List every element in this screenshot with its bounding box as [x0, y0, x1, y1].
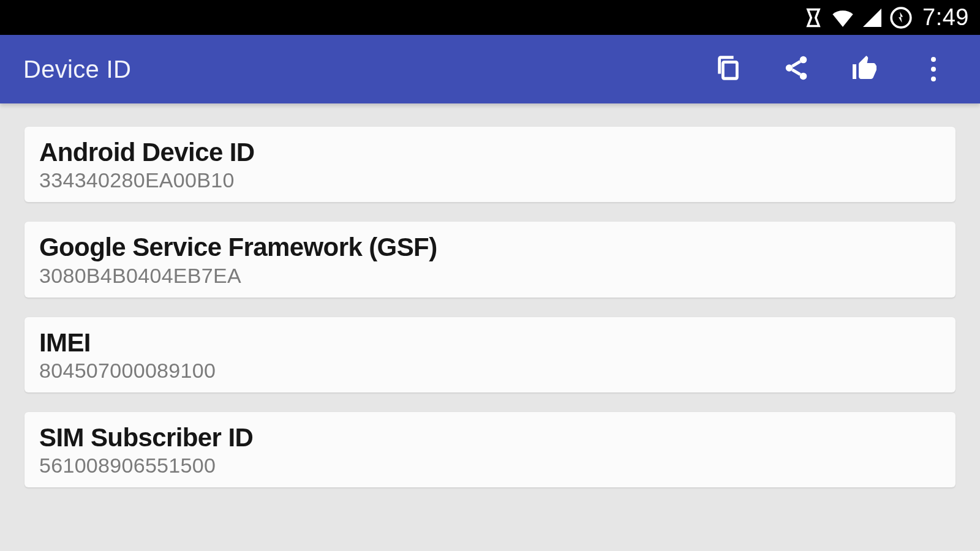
card-android-device-id[interactable]: Android Device ID 334340280EA00B10: [24, 127, 956, 202]
power-circle-icon: [889, 6, 913, 29]
svg-point-4: [800, 73, 807, 80]
overflow-menu-button[interactable]: [916, 52, 951, 86]
like-button[interactable]: [848, 52, 882, 86]
status-time: 7:49: [922, 4, 969, 31]
copy-icon: [714, 54, 742, 84]
card-title: Google Service Framework (GSF): [39, 233, 941, 262]
tag-icon: [802, 7, 824, 29]
thumbs-up-icon: [850, 53, 880, 85]
more-vert-icon: [931, 57, 936, 81]
card-imei[interactable]: IMEI 804507000089100: [24, 317, 956, 392]
card-value: 804507000089100: [39, 359, 941, 383]
content-area: Android Device ID 334340280EA00B10 Googl…: [0, 103, 980, 551]
status-bar: 7:49: [0, 0, 980, 35]
app-bar: Device ID: [0, 35, 980, 103]
svg-point-2: [800, 56, 807, 64]
card-value: 3080B4B0404EB7EA: [39, 264, 941, 288]
card-sim-subscriber-id[interactable]: SIM Subscriber ID 561008906551500: [24, 412, 956, 487]
card-title: SIM Subscriber ID: [39, 423, 941, 452]
card-title: IMEI: [39, 328, 941, 358]
card-value: 561008906551500: [39, 454, 941, 478]
copy-button[interactable]: [710, 52, 745, 86]
svg-rect-1: [723, 62, 737, 78]
appbar-actions: [710, 52, 962, 86]
share-button[interactable]: [779, 52, 813, 86]
svg-point-3: [786, 64, 793, 72]
share-icon: [782, 54, 810, 84]
card-gsf[interactable]: Google Service Framework (GSF) 3080B4B04…: [24, 222, 956, 297]
wifi-icon: [831, 6, 855, 30]
cellular-icon: [861, 7, 883, 29]
card-title: Android Device ID: [39, 138, 941, 167]
app-title: Device ID: [23, 56, 710, 83]
card-value: 334340280EA00B10: [39, 168, 941, 192]
